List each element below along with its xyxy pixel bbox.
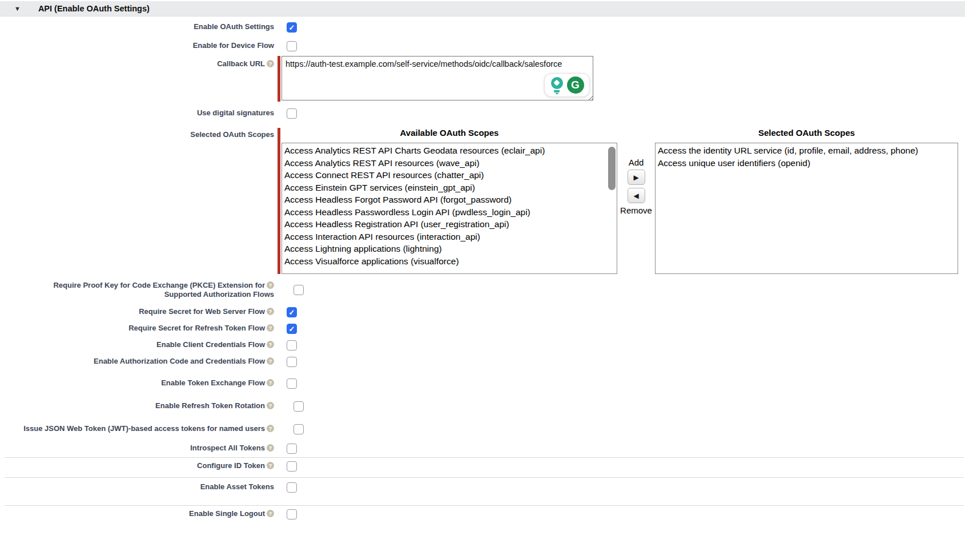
label-text: Selected OAuth Scopes: [190, 130, 274, 139]
lightbulb-base: [554, 90, 560, 92]
introspect-all-tokens-label: Introspect All Tokens?: [0, 444, 278, 453]
scope-option[interactable]: Access Einstein GPT services (einstein_g…: [284, 182, 617, 194]
scope-option[interactable]: Access Interaction API resources (intera…: [284, 231, 617, 243]
help-icon[interactable]: ?: [267, 60, 274, 67]
require-secret-refresh-token-checkbox[interactable]: ✓: [287, 324, 297, 334]
label-text: Require Secret for Web Server Flow: [139, 307, 265, 316]
textarea-resize-handle[interactable]: [587, 94, 593, 100]
help-icon[interactable]: ?: [267, 425, 274, 432]
help-icon[interactable]: ?: [267, 444, 274, 452]
remove-scope-button[interactable]: ◀: [628, 188, 645, 203]
enable-refresh-token-rotation-control: ✓: [278, 401, 304, 412]
label-text: Enable Client Credentials Flow: [156, 340, 265, 349]
configure-id-token-control: ✓: [278, 461, 297, 472]
row-divider: [5, 505, 964, 506]
scope-option[interactable]: Access Analytics REST API Charts Geodata…: [284, 144, 617, 157]
help-icon[interactable]: ?: [267, 462, 274, 469]
enable-token-exchange-checkbox[interactable]: ✓: [287, 378, 297, 389]
help-icon[interactable]: ?: [267, 357, 274, 365]
grammarly-widget[interactable]: G: [544, 73, 590, 97]
require-secret-refresh-token-control: ✓: [278, 324, 297, 334]
introspect-all-tokens-control: ✓: [278, 444, 297, 454]
pkce-checkbox[interactable]: ✓: [293, 285, 304, 295]
suggestion-lightbulb-icon[interactable]: [550, 76, 564, 94]
enable-token-exchange-row: Enable Token Exchange Flow? ✓: [0, 378, 965, 389]
enable-asset-tokens-control: ✓: [278, 482, 297, 493]
label-text: Enable OAuth Settings: [194, 22, 274, 31]
issue-jwt-tokens-checkbox[interactable]: ✓: [293, 424, 304, 434]
enable-single-logout-row: Enable Single Logout? ✓: [0, 509, 965, 519]
label-text: Configure ID Token: [197, 461, 265, 470]
issue-jwt-tokens-control: ✓: [278, 424, 304, 434]
right-arrow-icon: ▶: [633, 174, 638, 182]
enable-asset-tokens-checkbox[interactable]: ✓: [287, 482, 297, 493]
selected-scopes-listbox[interactable]: Access the identity URL service (id, pro…: [655, 143, 958, 274]
required-field-bar: [278, 56, 280, 102]
label-text: Enable Single Logout: [189, 509, 265, 518]
help-icon[interactable]: ?: [267, 379, 274, 386]
enable-refresh-token-rotation-checkbox[interactable]: ✓: [293, 401, 304, 412]
use-digital-signatures-label: Use digital signatures: [0, 108, 278, 118]
scope-option[interactable]: Access Connect REST API resources (chatt…: [284, 169, 617, 182]
enable-client-credentials-label: Enable Client Credentials Flow?: [0, 340, 278, 349]
configure-id-token-label: Configure ID Token?: [0, 461, 278, 470]
enable-device-flow-checkbox[interactable]: ✓: [287, 41, 297, 51]
configure-id-token-checkbox[interactable]: ✓: [287, 461, 297, 472]
scope-option[interactable]: Access Visualforce applications (visualf…: [284, 255, 617, 268]
enable-client-credentials-row: Enable Client Credentials Flow? ✓: [0, 340, 965, 350]
scope-option[interactable]: Access Headless Registration API (user_r…: [284, 218, 617, 231]
require-secret-refresh-token-row: Require Secret for Refresh Token Flow? ✓: [0, 324, 965, 334]
scrollbar-thumb[interactable]: [608, 147, 616, 190]
help-icon[interactable]: ?: [267, 402, 274, 409]
enable-auth-code-credentials-row: Enable Authorization Code and Credential…: [0, 357, 965, 367]
callback-url-input[interactable]: https://auth-test.example.com/self-servi…: [282, 56, 593, 100]
scope-option[interactable]: Access Headless Passwordless Login API (…: [284, 206, 617, 219]
scope-option[interactable]: Access Headless Forgot Password API (for…: [284, 194, 617, 206]
enable-single-logout-label: Enable Single Logout?: [0, 509, 278, 518]
collapse-triangle-icon[interactable]: ▼: [14, 5, 21, 12]
help-icon[interactable]: ?: [267, 324, 274, 332]
help-icon[interactable]: ?: [267, 341, 274, 348]
help-icon[interactable]: ?: [267, 281, 274, 289]
enable-device-flow-control: ✓: [278, 41, 297, 51]
label-text: Enable Token Exchange Flow: [161, 378, 265, 387]
pkce-row: Require Proof Key for Code Exchange (PKC…: [0, 281, 965, 299]
enable-refresh-token-rotation-row: Enable Refresh Token Rotation? ✓: [0, 401, 965, 412]
enable-token-exchange-label: Enable Token Exchange Flow?: [0, 378, 278, 388]
checkmark-icon: ✓: [289, 24, 295, 31]
add-scope-button[interactable]: ▶: [628, 170, 645, 185]
enable-oauth-settings-checkbox[interactable]: ✓: [287, 22, 297, 33]
scope-option[interactable]: Access Lightning applications (lightning…: [284, 243, 617, 255]
scope-option[interactable]: Access Analytics REST API resources (wav…: [284, 157, 617, 170]
scope-option[interactable]: Access the identity URL service (id, pro…: [658, 144, 958, 157]
require-secret-web-server-checkbox[interactable]: ✓: [287, 307, 297, 317]
grammarly-logo-icon[interactable]: G: [567, 76, 584, 94]
use-digital-signatures-checkbox[interactable]: ✓: [287, 108, 297, 119]
selected-scopes-column: Selected OAuth Scopes Access the identit…: [655, 128, 958, 274]
enable-auth-code-credentials-checkbox[interactable]: ✓: [287, 357, 297, 367]
enable-auth-code-credentials-control: ✓: [278, 357, 297, 367]
help-icon[interactable]: ?: [267, 308, 274, 315]
scope-option[interactable]: Access unique user identifiers (openid): [658, 157, 958, 170]
section-header[interactable]: ▼ API (Enable OAuth Settings): [0, 1, 965, 17]
label-text: Use digital signatures: [197, 108, 274, 117]
checkmark-icon: ✓: [289, 325, 295, 333]
issue-jwt-tokens-label: Issue JSON Web Token (JWT)-based access …: [0, 424, 278, 433]
help-icon[interactable]: ?: [267, 510, 274, 517]
available-scopes-listbox[interactable]: Access Analytics REST API Charts Geodata…: [282, 143, 617, 274]
introspect-all-tokens-checkbox[interactable]: ✓: [287, 444, 297, 454]
require-secret-refresh-token-label: Require Secret for Refresh Token Flow?: [0, 324, 278, 333]
label-text: Issue JSON Web Token (JWT)-based access …: [23, 424, 265, 433]
add-label: Add: [629, 158, 644, 168]
enable-single-logout-checkbox[interactable]: ✓: [287, 509, 297, 519]
selected-scopes-header: Selected OAuth Scopes: [655, 128, 958, 138]
oauth-scopes-row: Selected OAuth Scopes Available OAuth Sc…: [0, 128, 965, 274]
enable-client-credentials-checkbox[interactable]: ✓: [287, 340, 297, 350]
pkce-label: Require Proof Key for Code Exchange (PKC…: [0, 281, 278, 299]
enable-token-exchange-control: ✓: [278, 378, 297, 389]
available-scopes-header: Available OAuth Scopes: [282, 128, 617, 138]
enable-oauth-settings-label: Enable OAuth Settings: [0, 22, 278, 31]
left-arrow-icon: ◀: [633, 192, 638, 200]
required-field-bar: [278, 128, 280, 274]
label-text: Callback URL: [217, 59, 265, 68]
